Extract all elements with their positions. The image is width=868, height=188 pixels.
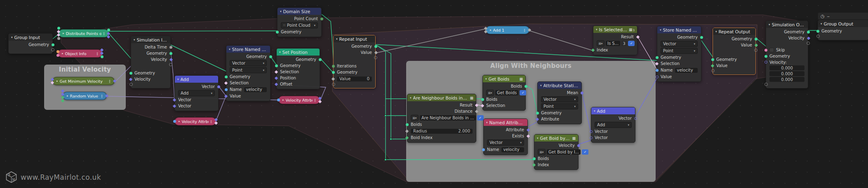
store-named-attribute-right-dropdown[interactable]: Point▾ — [661, 48, 698, 54]
node-header[interactable]: ▾Is Selected Boid▦3 — [593, 26, 637, 33]
node-header[interactable]: ▾Set Position — [277, 49, 320, 56]
expand-arrow-icon[interactable]: ▸ — [490, 28, 492, 32]
expand-arrow-icon[interactable]: ▸ — [63, 32, 64, 35]
socket-skip[interactable] — [764, 49, 767, 51]
virtual-socket[interactable] — [332, 83, 335, 86]
asset-browse-icon[interactable]: ▤▾ — [597, 40, 605, 46]
collapse-arrow-icon[interactable]: ▾ — [280, 10, 282, 13]
skip-checkbox[interactable] — [769, 48, 774, 52]
add-vector-frame-dropdown[interactable]: Add▾ — [595, 122, 632, 128]
socket-vector[interactable] — [172, 98, 176, 101]
node-header[interactable]: ▾Group Output — [818, 20, 868, 27]
node-set-position[interactable]: ▾Set PositionGeometryGeometrySelectionPo… — [276, 48, 320, 89]
socket-geometry[interactable] — [536, 111, 539, 114]
fake-user-shield-icon[interactable]: ✓ — [628, 41, 635, 46]
expand-arrow-icon[interactable]: ▸ — [56, 79, 58, 83]
frame-initial-velocity[interactable]: Initial Velocity — [44, 65, 126, 110]
socket-geometry[interactable] — [374, 45, 377, 48]
asset-name-field[interactable]: Get Boids — [495, 90, 518, 95]
virtual-socket[interactable] — [169, 63, 172, 66]
socket-vector[interactable] — [634, 117, 637, 120]
node-header[interactable]: ▾Simulation Output — [766, 21, 808, 28]
socket-geometry[interactable] — [711, 58, 714, 61]
socket-name[interactable] — [225, 88, 228, 91]
vector-component-field[interactable]: 0.000 — [769, 71, 804, 76]
socket-input[interactable] — [173, 120, 176, 123]
fake-user-shield-icon[interactable]: ✓ — [477, 115, 484, 121]
socket-boids[interactable] — [481, 98, 484, 101]
socket-boids[interactable] — [406, 123, 409, 126]
socket-geometry[interactable] — [332, 71, 335, 74]
socket-position[interactable] — [274, 76, 278, 79]
node-header[interactable]: ▾Add — [591, 107, 635, 114]
socket-boid-index[interactable] — [405, 136, 408, 139]
named-attribute-name-input[interactable]: velocity — [501, 147, 524, 152]
store-named-attribute-left-dropdown[interactable]: Vector▾ — [230, 60, 267, 66]
attribute-statistic-dropdown[interactable]: Vector▾ — [541, 96, 578, 102]
expand-arrow-icon[interactable]: ▸ — [282, 98, 284, 102]
collapse-arrow-icon[interactable]: ▾ — [594, 109, 595, 113]
virtual-socket[interactable] — [764, 83, 768, 86]
node-object-info[interactable]: ▸Object Info∥ — [58, 49, 102, 58]
socket-velocity[interactable] — [169, 58, 172, 61]
collapse-arrow-icon[interactable]: ▾ — [821, 22, 822, 26]
node-add-vector-left[interactable]: ▾AddVectorAdd▾VectorVector — [174, 75, 219, 111]
socket-input[interactable] — [57, 37, 60, 40]
node-get-boids[interactable]: ▾Get Boids▦Boids▤▾Get Boids✓BoidsSelecti… — [482, 75, 526, 111]
collapse-arrow-icon[interactable]: ▾ — [134, 38, 135, 42]
node-editor-canvas[interactable]: Initial VelocityAlign With Neighbours ▾G… — [0, 0, 868, 188]
node-simulation-input[interactable]: ▾Simulation InputDelta TimeGeometryVeloc… — [131, 36, 171, 88]
collapse-arrow-icon[interactable]: ▾ — [485, 77, 487, 81]
node-header[interactable]: ▾Add — [175, 76, 218, 83]
socket-delta-time[interactable] — [169, 46, 172, 49]
socket-geometry[interactable] — [319, 58, 322, 61]
add-vector-left-dropdown[interactable]: Add▾ — [178, 90, 215, 96]
node-header[interactable]: ▾Repeat Output — [713, 28, 755, 35]
socket-output[interactable] — [113, 79, 116, 83]
socket-output[interactable] — [318, 100, 322, 103]
socket-geometry[interactable] — [276, 30, 279, 33]
are-neighbour-boids-in-radius-radius-field[interactable]: Radius2.000 — [411, 129, 473, 134]
node-header[interactable]: ▾Store Named Attrib... — [226, 46, 270, 53]
socket-geometry[interactable] — [129, 72, 132, 74]
socket-boids[interactable] — [533, 157, 536, 160]
socket-geometry[interactable] — [169, 52, 172, 55]
socket-result[interactable] — [636, 35, 639, 38]
socket-input[interactable] — [56, 54, 59, 57]
node-attribute-statistic[interactable]: ▾Attribute StatisticMeanVector▾Point▾Geo… — [537, 81, 582, 124]
node-group-output[interactable]: ▾Group OutputGeometry — [818, 20, 868, 40]
socket-value[interactable] — [656, 75, 659, 78]
socket-radius[interactable] — [405, 129, 408, 132]
reroute-node[interactable] — [384, 158, 386, 160]
socket-geometry[interactable] — [816, 30, 819, 32]
socket-geometry[interactable] — [700, 36, 703, 39]
node-header[interactable]: ▾Attribute Statistic — [538, 82, 581, 89]
vector-component-field[interactable]: 0.000 — [769, 65, 804, 70]
virtual-socket[interactable] — [374, 56, 377, 59]
collapse-arrow-icon[interactable]: ▾ — [769, 23, 770, 26]
socket-value[interactable] — [754, 43, 757, 46]
socket-output[interactable] — [528, 28, 531, 32]
node-store-named-attribute-left[interactable]: ▾Store Named Attrib...GeometryVector▾Poi… — [226, 45, 271, 101]
vector-component-field[interactable]: 0.000 — [769, 77, 804, 82]
node-repeat-input[interactable]: ▾Repeat InputGeometryValueIterationsGeom… — [333, 35, 376, 88]
socket-input[interactable] — [51, 81, 54, 84]
socket-geometry[interactable] — [225, 75, 228, 78]
socket-output[interactable] — [105, 94, 108, 97]
node-add-vector-frame[interactable]: ▾AddVectorAdd▾VectorVector — [591, 107, 635, 143]
store-named-attribute-right-dropdown[interactable]: Vector▾ — [661, 41, 698, 47]
virtual-socket[interactable] — [51, 48, 54, 51]
repeat-input-value-field[interactable]: Value0 — [337, 77, 372, 81]
socket-point-count[interactable] — [320, 17, 323, 20]
asset-name-field[interactable]: Are Neighbour Boids in ... — [420, 115, 476, 121]
collapse-arrow-icon[interactable]: ▾ — [660, 28, 661, 32]
collapse-arrow-icon[interactable]: ▾ — [229, 48, 231, 51]
asset-browse-icon[interactable]: ▤▾ — [486, 90, 494, 96]
expand-arrow-icon[interactable]: ▸ — [67, 94, 68, 97]
socket-value[interactable] — [374, 51, 377, 54]
socket-geometry[interactable] — [755, 37, 757, 40]
socket-geometry[interactable] — [656, 56, 659, 59]
node-get-minimum-velocity[interactable]: ▸Get Minimum Velocity∥ — [52, 77, 115, 85]
virtual-socket[interactable] — [129, 83, 133, 86]
socket-vector[interactable] — [590, 130, 593, 133]
